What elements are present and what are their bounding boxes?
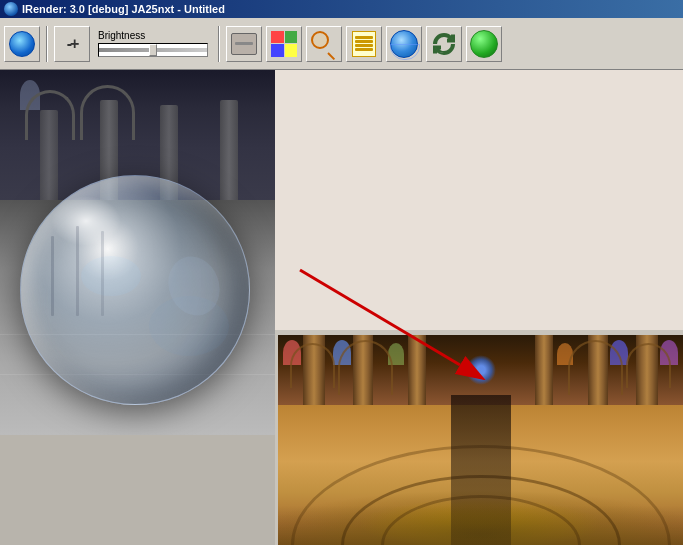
panorama-background	[278, 335, 683, 545]
floor-shadow	[278, 505, 683, 545]
panorama-panel	[278, 335, 683, 545]
magnify-button[interactable]	[306, 26, 342, 62]
app-icon	[4, 2, 18, 16]
toolbar: -+ Brightness	[0, 18, 683, 70]
brightness-slider[interactable]	[98, 43, 208, 57]
cathedral-arch	[25, 90, 75, 140]
hdd-button[interactable]	[226, 26, 262, 62]
globe-render-button[interactable]	[4, 26, 40, 62]
notepad-icon	[352, 31, 376, 57]
toolbar-separator-2	[218, 26, 220, 62]
pano-arch	[626, 343, 671, 388]
sphere-column-reflection	[101, 231, 104, 316]
sphere-column-reflection	[51, 236, 54, 316]
magnify-icon	[311, 31, 337, 57]
cathedral-arch	[80, 85, 135, 140]
minus-plus-button[interactable]: -+	[54, 26, 90, 62]
globe-icon	[9, 31, 35, 57]
pano-column	[408, 335, 426, 405]
glass-sphere	[20, 175, 250, 405]
minus-plus-icon: -+	[67, 35, 78, 53]
green-ball-icon	[470, 30, 498, 58]
main-content	[0, 70, 683, 545]
globe-toolbar-button[interactable]	[386, 26, 422, 62]
brightness-thumb[interactable]	[149, 44, 157, 56]
globe-toolbar-icon	[390, 30, 418, 58]
render-panel	[0, 70, 275, 435]
sphere-column-reflection	[76, 226, 79, 316]
pano-arch	[338, 340, 393, 395]
toolbar-separator-1	[46, 26, 48, 62]
refresh-icon	[430, 30, 458, 58]
brightness-label: Brightness	[98, 30, 208, 41]
cathedral-column	[220, 100, 238, 200]
hdd-icon	[231, 33, 257, 55]
lower-left-panel	[0, 435, 275, 545]
pano-arch	[568, 340, 623, 395]
green-ball-button[interactable]	[466, 26, 502, 62]
rose-window	[466, 355, 496, 385]
colors-button[interactable]	[266, 26, 302, 62]
sphere-highlight	[51, 196, 121, 246]
colors-icon	[271, 31, 297, 57]
sphere-reflection	[81, 256, 141, 296]
notepad-button[interactable]	[346, 26, 382, 62]
pano-column	[535, 335, 553, 405]
title-bar: IRender: 3.0 [debug] JA25nxt - Untitled	[0, 0, 683, 18]
window-title: IRender: 3.0 [debug] JA25nxt - Untitled	[22, 3, 225, 15]
brightness-control: Brightness	[98, 30, 208, 57]
refresh-button[interactable]	[426, 26, 462, 62]
pano-arch	[290, 343, 335, 388]
upper-right-panel	[275, 70, 683, 330]
